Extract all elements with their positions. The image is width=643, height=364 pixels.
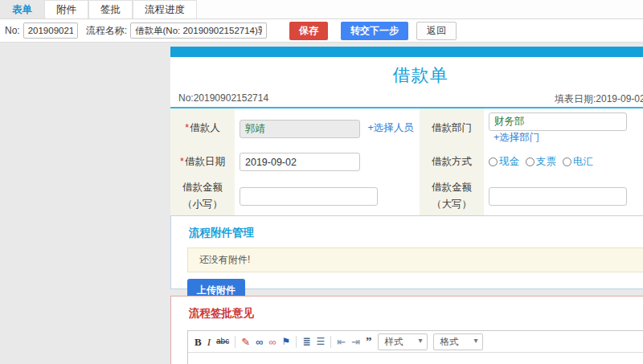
remove-format-icon[interactable]: ✎ — [241, 337, 250, 347]
table-row: *借款人 +选择人员 借款部门 +选择部门 — [170, 108, 643, 149]
radio-cheque-input[interactable] — [526, 157, 534, 166]
format-dropdown[interactable]: 格式 — [433, 333, 483, 350]
radio-cash[interactable]: 现金 — [489, 155, 519, 169]
bulleted-list-icon[interactable]: ☰ — [316, 337, 325, 346]
toolbar-divider — [235, 336, 235, 348]
form-meta: No:20190902152714 填表日期:2019-09-02 15:27:… — [170, 91, 643, 107]
radio-cash-label: 现金 — [499, 155, 519, 169]
select-person-link[interactable]: +选择人员 — [367, 122, 413, 133]
amount-lower-label: 借款金额（小写） — [182, 182, 223, 210]
italic-icon[interactable]: I — [207, 337, 211, 347]
flow-name-label: 流程名称: — [86, 24, 127, 38]
content-area: 借款单 No:20190902152714 填表日期:2019-09-02 15… — [0, 43, 643, 364]
editor-toolbar: B I abc ✎ ∞ ∞ ⚑ ≣ ☰ ⇤ ⇥ ” 样式 格式 — [188, 331, 643, 353]
select-department-link[interactable]: +选择部门 — [494, 132, 539, 143]
amount-upper-input[interactable] — [489, 187, 627, 206]
bold-icon[interactable]: B — [195, 337, 202, 347]
flag-icon[interactable]: ⚑ — [282, 337, 291, 346]
table-row: *借款日期 借款方式 现金 支票 电汇 — [170, 149, 643, 175]
richtext-editor: B I abc ✎ ∞ ∞ ⚑ ≣ ☰ ⇤ ⇥ ” 样式 格式 — [187, 330, 643, 364]
department-label: 借款部门 — [432, 122, 472, 133]
flow-name-input[interactable] — [130, 22, 267, 39]
form-header-bar — [170, 47, 643, 57]
attachments-section: 流程附件管理 还没有附件! 上传附件 — [170, 215, 643, 289]
form-number: No:20190902152714 — [178, 92, 268, 104]
radio-wire-label: 电汇 — [573, 155, 593, 169]
numbered-list-icon[interactable]: ≣ — [302, 337, 310, 346]
toolbar-divider — [330, 336, 331, 348]
toolbar-divider — [296, 336, 297, 348]
approval-section: 流程签批意见 B I abc ✎ ∞ ∞ ⚑ ≣ ☰ ⇤ ⇥ ” 样式 格式 — [170, 296, 643, 364]
approval-title: 流程签批意见 — [189, 306, 643, 321]
back-button[interactable]: 返回 — [416, 22, 457, 40]
borrower-label: 借款人 — [190, 122, 220, 133]
indent-icon[interactable]: ⇥ — [351, 337, 360, 347]
save-button[interactable]: 保存 — [289, 22, 328, 40]
form-fill-date: 填表日期:2019-09-02 15:27:1 — [555, 92, 643, 106]
required-asterisk: * — [180, 156, 184, 167]
loan-date-label: 借款日期 — [185, 156, 225, 167]
tab-form[interactable]: 表单 — [0, 0, 44, 18]
page-title: 借款单 — [170, 57, 643, 91]
radio-cheque[interactable]: 支票 — [526, 155, 556, 169]
loan-date-input[interactable] — [240, 153, 360, 171]
radio-wire[interactable]: 电汇 — [563, 155, 593, 169]
tab-approval[interactable]: 签批 — [88, 0, 133, 18]
styles-dropdown[interactable]: 样式 — [378, 333, 428, 350]
radio-wire-input[interactable] — [563, 157, 571, 166]
radio-cheque-label: 支票 — [536, 155, 556, 169]
outdent-icon[interactable]: ⇤ — [337, 337, 346, 347]
department-input[interactable] — [489, 112, 627, 131]
no-attachments-message: 还没有附件! — [187, 247, 643, 272]
strikethrough-icon[interactable]: abc — [216, 337, 229, 346]
editor-content-area[interactable] — [188, 353, 643, 364]
required-asterisk: * — [185, 122, 189, 133]
unlink-icon[interactable]: ∞ — [268, 337, 276, 347]
attachments-title: 流程附件管理 — [189, 226, 643, 240]
no-label: No: — [5, 25, 20, 36]
amount-upper-label: 借款金额（大写） — [432, 182, 472, 210]
blockquote-icon[interactable]: ” — [366, 336, 372, 348]
amount-lower-input[interactable] — [240, 187, 378, 206]
tab-progress[interactable]: 流程进度 — [133, 0, 197, 18]
link-icon[interactable]: ∞ — [256, 337, 263, 347]
tab-attachments[interactable]: 附件 — [44, 0, 88, 18]
command-bar: No: 流程名称: 保存 转交下一步 返回 — [0, 19, 643, 43]
borrower-input[interactable] — [240, 120, 360, 138]
radio-cash-input[interactable] — [489, 157, 498, 166]
tab-bar: 表单 附件 签批 流程进度 — [0, 0, 643, 19]
loan-method-radiogroup: 现金 支票 电汇 — [489, 155, 643, 169]
loan-method-label: 借款方式 — [432, 156, 472, 167]
next-step-button[interactable]: 转交下一步 — [341, 22, 408, 40]
table-row: 借款金额（小写） 借款金额（大写） — [170, 175, 643, 218]
no-input[interactable] — [23, 22, 78, 39]
